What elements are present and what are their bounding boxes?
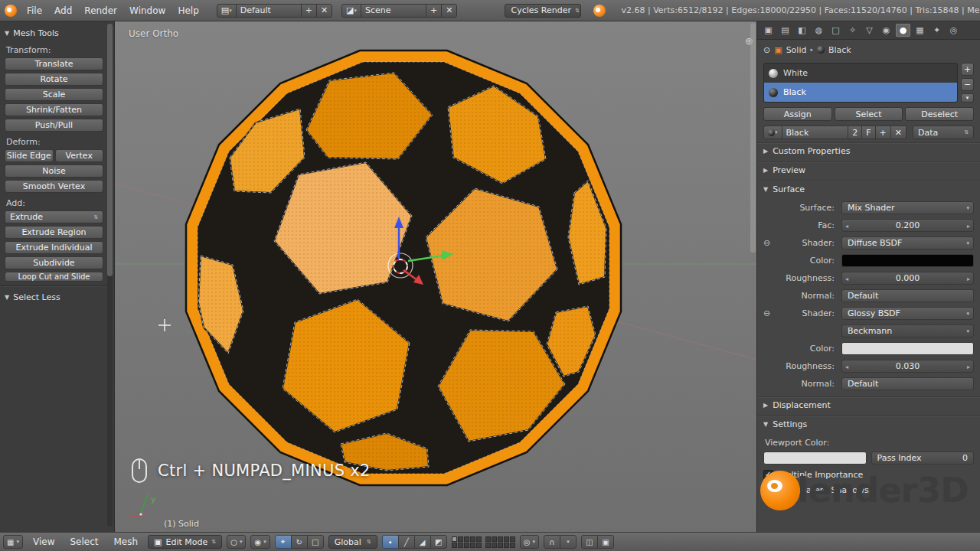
tab-particles[interactable]: ✦ [929,24,944,37]
noise-button[interactable]: Noise [5,165,103,178]
pivot-point-dropdown[interactable]: ◉▾ [250,535,270,549]
material-name-field[interactable]: Black [782,126,849,139]
multiple-importance-checkbox[interactable] [763,470,773,480]
menu-render[interactable]: Render [79,5,122,16]
tab-world[interactable]: ◍ [812,24,826,37]
proportional-edit-dropdown[interactable]: ◎▾ [520,535,539,549]
scene-close-button[interactable]: ✕ [441,4,457,18]
displacement-panel-header[interactable]: ▶ Displacement [757,396,980,412]
tab-object[interactable]: □ [828,24,843,37]
assign-button[interactable]: Assign [763,107,832,121]
diffuse-color-swatch[interactable] [841,254,974,267]
slide-edge-button[interactable]: Slide Edge [5,149,54,162]
surface-panel-header[interactable]: ▼ Surface [757,181,980,197]
tab-physics[interactable]: ◎ [946,24,961,37]
fac-slider[interactable]: ◂0.200▸ [841,219,974,232]
link-mode-dropdown[interactable]: Data⇅ [913,126,974,139]
pass-index-slider[interactable]: Pass Index0 [871,452,975,465]
tool-shelf-scrollbar[interactable] [107,24,113,527]
layer-grid-left[interactable] [452,536,482,548]
normal2-dropdown[interactable]: Default [841,377,974,390]
select-less-panel-header[interactable]: ▼ Select Less [5,290,103,304]
face-select-button[interactable]: ◢ [414,535,431,549]
surface-shader-dropdown[interactable]: Mix Shader▾ [841,201,974,214]
unlink-icon[interactable]: ⊖ [763,238,774,248]
screen-close-button[interactable]: ✕ [316,4,332,18]
extrude-dropdown[interactable]: Extrude⇅ [5,210,103,223]
vertex-slide-button[interactable]: Vertex [55,149,104,162]
menu-file[interactable]: File [21,5,47,16]
shader2-dropdown[interactable]: Glossy BSDF▾ [841,307,974,320]
push-pull-button[interactable]: Push/Pull [5,119,103,132]
viewport-scrollbar[interactable] [750,23,756,253]
tab-constraints[interactable]: ✧ [845,24,860,37]
menu-add[interactable]: Add [49,5,77,16]
mode-dropdown[interactable]: ▣Edit Mode ⇅ [148,535,222,549]
tab-material[interactable]: ● [896,24,910,37]
menu-select[interactable]: Select [64,536,103,547]
roughness2-slider[interactable]: ◂0.030▸ [841,360,974,373]
scene-value[interactable]: Scene [361,4,426,18]
layer-grid-right[interactable] [485,536,515,548]
new-material-button[interactable]: + [875,126,891,139]
select-button[interactable]: Select [835,107,903,121]
scene-add-button[interactable]: + [426,4,442,18]
breadcrumb-material[interactable]: Black [828,45,851,55]
vertex-select-button[interactable]: ∙ [382,535,399,549]
occlude-geometry-button[interactable]: ◩ [430,535,447,549]
material-slot-white[interactable]: White [764,64,957,83]
normal1-dropdown[interactable]: Default [841,289,974,302]
render-engine-dropdown[interactable]: Cycles Render⇅ [505,4,581,18]
add-slot-button[interactable]: + [961,63,974,76]
menu-help[interactable]: Help [172,5,204,16]
loop-cut-button[interactable]: Loop Cut and Slide [5,272,103,282]
shrink-fatten-button[interactable]: Shrink/Fatten [5,103,103,116]
distribution-dropdown[interactable]: Beckmann▾ [841,324,974,337]
translate-manipulator-button[interactable]: ⌖ [275,535,292,549]
custom-properties-panel-header[interactable]: ▶ Custom Properties [757,142,980,158]
extrude-individual-button[interactable]: Extrude Individual [5,241,103,254]
viewport-color-swatch[interactable] [763,452,867,465]
orientation-dropdown[interactable]: Global⇅ [328,535,377,549]
breadcrumb-object[interactable]: Solid [786,45,807,55]
menu-mesh[interactable]: Mesh [108,536,143,547]
scale-button[interactable]: Scale [5,88,103,101]
editor-type-button[interactable]: ▦▾ [3,535,23,549]
viewport-3d[interactable]: y User Ortho Ctrl + NUMPAD_MINUS x2 (1) … [115,21,756,532]
viewport-shading-dropdown[interactable]: ○▾ [227,535,246,549]
unlink-icon[interactable]: ⊖ [763,308,774,318]
users-count-button[interactable]: 2 [848,126,862,139]
unlink-material-button[interactable]: ✕ [890,126,906,139]
preview-panel-header[interactable]: ▶ Preview [757,161,980,178]
screen-layout-value[interactable]: Default [236,4,302,18]
tab-render-layers[interactable]: ▤ [778,24,792,37]
render-opengl-anim-button[interactable]: ▣ [597,535,614,549]
menu-window[interactable]: Window [124,5,171,16]
tab-object-data[interactable]: ◉ [879,24,893,37]
menu-view[interactable]: View [28,536,60,547]
rotate-button[interactable]: Rotate [5,73,103,86]
tab-modifiers[interactable]: ▽ [862,24,877,37]
tab-texture[interactable]: ▦ [913,24,927,37]
screen-add-button[interactable]: + [301,4,317,18]
mesh-object[interactable] [186,51,621,485]
screen-browse-icon[interactable]: ▤▾ [217,4,237,18]
material-slot-black[interactable]: Black [764,83,957,102]
settings-panel-header[interactable]: ▼ Settings [757,416,980,432]
pin-icon[interactable]: ⊙ [763,45,770,55]
remove-slot-button[interactable]: − [961,78,974,91]
tab-render[interactable]: ▣ [761,24,776,37]
rotate-manipulator-button[interactable]: ↻ [291,535,308,549]
snap-magnet-button[interactable]: ∩ [544,535,560,549]
subdivide-button[interactable]: Subdivide [5,256,103,269]
smooth-vertex-button[interactable]: Smooth Vertex [5,180,103,193]
shader1-dropdown[interactable]: Diffuse BSDF▾ [841,236,974,249]
slot-specials-menu[interactable]: ▾ [961,93,974,103]
deselect-button[interactable]: Deselect [905,107,974,121]
tab-scene[interactable]: ◧ [795,24,809,37]
translate-button[interactable]: Translate [5,57,103,70]
render-opengl-button[interactable]: ◫ [581,535,598,549]
fake-user-button[interactable]: F [861,126,875,139]
transparent-shadows-checkbox[interactable] [763,485,773,495]
material-browse-button[interactable]: ▾ [763,126,782,139]
